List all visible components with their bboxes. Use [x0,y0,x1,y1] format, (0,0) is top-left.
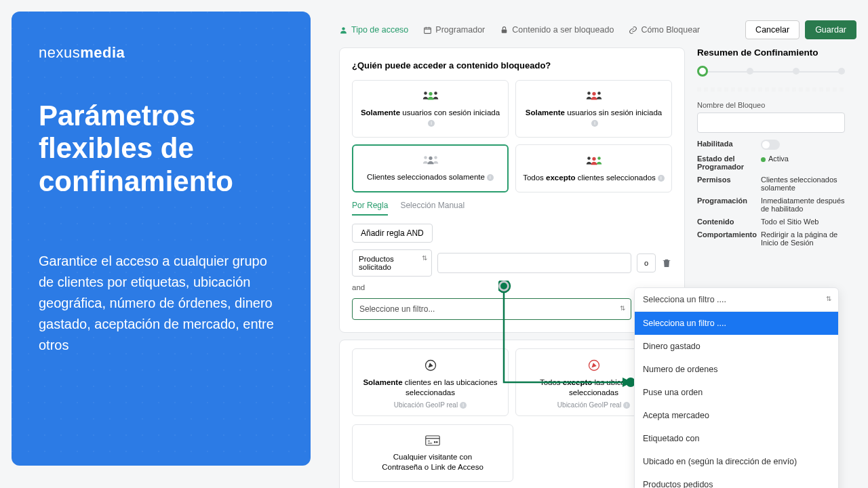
summary-sidebar: Resumen de Confinamiento Nombre del Bloq… [697,47,845,251]
content-value: Todo el Sitio Web [761,218,845,226]
card-only-locations[interactable]: Solamente clientes en las ubicaciones se… [352,348,509,416]
filter-type-select[interactable]: Productos solicitado [352,249,432,277]
people-green-icon [420,90,441,102]
compass-icon [424,359,437,372]
lock-name-label: Nombre del Bloqueo [697,101,845,109]
cancel-button[interactable]: Cancelar [745,20,800,39]
tab-access-type[interactable]: Tipo de acceso [339,25,408,35]
password-icon [425,434,440,447]
info-icon[interactable]: i [487,174,494,181]
tab-scheduler[interactable]: Programador [423,25,485,35]
content-label: Contenido [697,218,754,226]
card-selected-customers-only[interactable]: Clientes seleccionados solamentei [352,144,509,192]
step-dot [838,68,845,75]
dropdown-option[interactable]: Numero de ordenes [635,358,838,381]
user-icon [339,26,348,35]
tab-content-label: Contenido a ser bloqueado [512,25,614,35]
svg-point-9 [424,156,427,159]
perms-label: Permisos [697,176,754,192]
link-icon [629,26,637,35]
behav-value: Redirigir a la página de Inicio de Sesió… [761,230,845,247]
promo-panel: nexusmedia Parámetros flexibles de confi… [12,12,311,466]
save-button[interactable]: Guardar [805,20,856,39]
info-icon[interactable]: i [658,175,665,182]
location-panel: Solamente clientes en las ubicaciones se… [339,340,685,488]
panel-heading: ¿Quién puede acceder a contenido bloquea… [352,60,672,70]
dropdown-option[interactable]: Puse una orden [635,381,838,404]
svg-point-10 [434,156,437,159]
lock-name-input[interactable] [697,113,845,133]
dropdown-option[interactable]: Etiquetado con [635,427,838,450]
state-label: Estado del Programador [697,155,754,171]
people-grey-icon [420,155,441,167]
brand-logo-light: nexus [39,44,80,61]
info-icon[interactable]: i [623,402,630,409]
brand-logo: nexusmedia [39,44,283,62]
and-label: and [352,283,672,291]
summary-title: Resumen de Confinamiento [697,47,845,58]
svg-point-5 [429,92,432,96]
enabled-toggle[interactable] [761,140,780,150]
filter-dropdown-popover: Selecciona un filtro .... Selecciona un … [634,287,839,488]
tab-access-label: Tipo de acceso [351,25,408,35]
promo-title: Parámetros flexibles de confinamiento [39,100,283,198]
svg-point-6 [587,92,591,95]
tab-how-to-lock[interactable]: Cómo Bloquear [629,25,700,35]
top-tabs: Tipo de acceso Programador Contenido a s… [339,20,856,39]
dropdown-option[interactable]: Selecciona un filtro .... [635,312,838,335]
tab-scheduler-label: Programador [435,25,485,35]
svg-point-14 [592,157,595,160]
filter-value-input[interactable] [437,253,631,273]
svg-point-7 [597,92,601,95]
svg-point-12 [587,157,591,160]
or-button[interactable]: o [637,253,656,272]
step-dot [697,66,708,77]
dropdown-option[interactable]: Acepta mercadeo [635,404,838,427]
step-dot [747,68,753,75]
subtab-manual[interactable]: Selección Manual [400,201,465,216]
dropdown-option[interactable]: Ubicado en (según la dirección de envío) [635,450,838,473]
access-panel: ¿Quién puede acceder a contenido bloquea… [339,47,685,333]
promo-body: Garantice el acceso a cualquier grupo de… [39,251,283,356]
subtab-by-rule[interactable]: Por Regla [352,201,388,216]
sched-value: Inmediatamente después de habilitado [761,197,845,213]
trash-icon[interactable] [661,258,672,268]
svg-point-4 [434,92,437,95]
svg-point-0 [342,27,344,30]
card-password-link[interactable]: Cualquier visitante conContraseña o Link… [352,424,513,482]
svg-point-19 [434,442,435,443]
people-mixed-icon [584,155,604,167]
sched-label: Programación [697,197,754,213]
svg-point-13 [597,157,601,160]
dropdown-option[interactable]: Dinero gastado [635,335,838,358]
tab-content-to-lock[interactable]: Contenido a ser bloqueado [500,25,614,35]
add-and-rule-button[interactable]: Añadir regla AND [352,224,433,243]
dropdown-header[interactable]: Selecciona un filtro .... [635,288,838,312]
perms-value: Clientes seleccionados solamente [761,176,845,192]
filter-select-wide[interactable]: Seleccione un filtro... [352,298,631,320]
svg-point-11 [429,157,432,160]
behav-label: Comportamiento [697,230,754,247]
svg-rect-17 [426,436,439,445]
step-dot [793,68,800,75]
card-all-except-selected[interactable]: Todos excepto clientes seleccionadosi [515,144,672,192]
rule-subtabs: Por Regla Selección Manual [352,201,672,216]
brand-logo-bold: media [80,44,125,61]
info-icon[interactable]: i [591,120,598,127]
lock-name-field: Nombre del Bloqueo [697,101,845,133]
dropdown-option[interactable]: Productos pedidos [635,473,838,488]
card-logged-in-only[interactable]: Solamente usuarios con sesión iniciadai [352,80,509,138]
enabled-label: Habilitada [697,140,754,150]
tab-how-label: Cómo Bloquear [641,25,700,35]
state-value: Activa [768,155,789,163]
calendar-icon [423,26,432,35]
svg-rect-1 [425,27,431,33]
card-logged-out-only[interactable]: Solamente usuarios sin sesión iniciadai [515,80,672,138]
svg-point-3 [424,92,427,95]
svg-rect-2 [502,29,507,33]
compass-red-icon [587,359,601,372]
svg-point-18 [437,442,438,443]
info-icon[interactable]: i [460,402,467,409]
info-icon[interactable]: i [428,120,435,127]
people-red-icon [584,90,604,102]
